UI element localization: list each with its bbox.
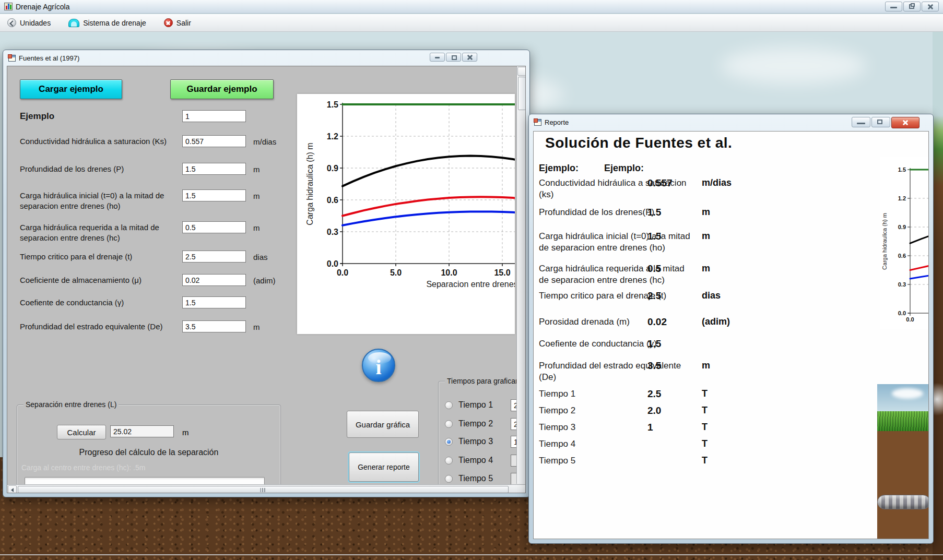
report-window: Reporte Solución de Fuentes et al. Ejemp… — [528, 114, 934, 544]
svg-text:0.6: 0.6 — [327, 196, 338, 205]
parameter-label: Profundidad de los drenes (P) — [20, 164, 183, 174]
report-row-value: 0.557 — [647, 177, 673, 189]
svg-text:15.0: 15.0 — [494, 268, 510, 277]
form-window-icon — [8, 55, 16, 62]
svg-text:0.6: 0.6 — [898, 253, 906, 259]
app-icon — [4, 3, 13, 10]
fuentes-restore-button[interactable] — [446, 53, 461, 62]
report-example-line: Ejemplo: Ejemplo: — [539, 163, 644, 174]
report-row-value: 2.0 — [647, 405, 661, 416]
separation-result-field[interactable] — [110, 425, 174, 437]
time-row: Tiempo 2 — [444, 418, 526, 432]
toolbar-item-sistema-de-drenaje[interactable]: Sistema de drenaje — [68, 19, 146, 27]
separation-unit: m — [182, 428, 189, 437]
svg-text:1.5: 1.5 — [327, 100, 338, 109]
fuentes-minimize-button[interactable] — [430, 53, 445, 62]
report-close-button[interactable] — [891, 117, 920, 128]
drainage-system-icon — [68, 19, 79, 27]
save-example-button[interactable]: Guardar ejemplo — [170, 79, 274, 99]
time-label: Tiempo 4 — [458, 456, 493, 465]
horizontal-scrollbar[interactable] — [7, 484, 526, 493]
calculate-button[interactable]: Calcular — [57, 425, 106, 439]
report-row-unit: m — [702, 207, 710, 218]
illustration-grass — [877, 411, 929, 432]
chart-svg: 0.00.30.60.91.21.50.05.010.015.0Carga hi… — [297, 94, 515, 334]
report-row-unit: m — [702, 263, 710, 274]
toolbar-item-unidades[interactable]: Unidades — [7, 18, 51, 27]
report-row: Porosidad drenada (m) 0.02 (adim) — [539, 316, 873, 328]
report-row-label: Tiempo 4 — [539, 438, 693, 450]
mini-chart-svg: 0.00.30.60.91.21.50.0Carga hidraulica (h… — [880, 157, 929, 329]
parameter-input[interactable] — [182, 296, 246, 308]
report-row: Tiempo 3 1 T — [539, 422, 873, 433]
report-row-label: Profundidad del estrado equivalente (De) — [539, 360, 693, 383]
svg-text:Carga hidraulica (h) m: Carga hidraulica (h) m — [881, 213, 888, 270]
parameter-row: Coeficiente de almacenamiento (μ) (adim) — [20, 275, 312, 285]
report-row: Tiempo 4 T — [539, 438, 873, 450]
report-restore-button[interactable] — [871, 117, 890, 127]
svg-text:5.0: 5.0 — [390, 268, 402, 277]
parameter-input[interactable] — [182, 274, 246, 286]
horizontal-scroll-thumb[interactable] — [18, 486, 509, 493]
parameter-input[interactable] — [182, 163, 246, 175]
report-mini-chart: 0.00.30.60.91.21.50.0Carga hidraulica (h… — [880, 157, 929, 329]
parameter-input[interactable] — [182, 110, 246, 122]
vertical-scrollbar[interactable] — [516, 66, 526, 484]
parameter-row: Conductividad hidráulica a saturacion (K… — [20, 136, 312, 147]
time-radio-button[interactable] — [445, 457, 453, 464]
parameter-row: Profundidad de los drenes (P) m — [20, 164, 312, 174]
parameter-input[interactable] — [182, 189, 246, 201]
load-example-button[interactable]: Cargar ejemplo — [20, 79, 122, 99]
svg-text:0.0: 0.0 — [906, 316, 914, 323]
time-radio-button[interactable] — [445, 420, 453, 428]
report-row-value: 2.5 — [647, 290, 661, 302]
report-row-value: 0.5 — [647, 263, 661, 275]
report-row-label: Tiempo 2 — [539, 405, 693, 416]
svg-text:Separacion entre drenes: Separacion entre drenes — [426, 280, 515, 289]
report-row: Coefiente de conductancia (y) 1.5 — [539, 338, 873, 350]
parameter-unit: m/dias — [253, 137, 276, 146]
time-radio-button[interactable] — [445, 401, 453, 409]
report-row: Conductividad hidráulica a saturacion (k… — [539, 177, 873, 200]
report-row-value: 1.5 — [647, 338, 661, 350]
scroll-up-arrow-icon[interactable] — [517, 67, 526, 76]
scroll-left-arrow-icon[interactable] — [8, 485, 17, 493]
report-row-value: 2.5 — [647, 388, 661, 400]
parameter-input[interactable] — [182, 320, 246, 332]
svg-text:1.2: 1.2 — [327, 132, 338, 141]
fuentes-close-button[interactable] — [462, 53, 477, 62]
info-icon[interactable]: i — [362, 349, 395, 382]
parameter-input[interactable] — [182, 221, 246, 233]
svg-text:0.0: 0.0 — [327, 259, 338, 268]
close-button[interactable] — [922, 2, 939, 11]
parameter-row: Carga hidráulica inicial (t=0) a la mita… — [20, 190, 312, 211]
parameter-input[interactable] — [182, 135, 246, 147]
save-chart-button[interactable]: Guardar gráfica — [347, 411, 419, 438]
time-radio-button[interactable] — [445, 475, 453, 483]
report-row-unit: T — [702, 405, 708, 416]
vertical-scroll-thumb[interactable] — [518, 77, 526, 110]
restore-button[interactable] — [903, 2, 921, 11]
parameter-input[interactable] — [182, 251, 246, 263]
report-row-unit: T — [702, 438, 708, 449]
example-value: Ejemplo: — [604, 163, 644, 173]
report-row-label: Coefiente de conductancia (y) — [539, 338, 693, 350]
report-window-title: Reporte — [545, 118, 569, 126]
parameter-row: Coefiente de conductancia (γ) — [20, 297, 312, 308]
parameter-row: Tiempo critico para el drenaje (t) dias — [20, 252, 312, 262]
parameter-unit: dias — [253, 253, 268, 261]
separation-group-label: Separación entre drenes (L) — [23, 400, 119, 409]
time-label: Tiempo 2 — [458, 419, 493, 428]
fuentes-window-title: Fuentes et al (1997) — [19, 54, 79, 62]
report-row-label: Tiempo 3 — [539, 422, 693, 433]
generate-report-button[interactable]: Generar reporte — [349, 452, 419, 482]
report-row-unit: m/dias — [702, 177, 732, 188]
time-radio-button[interactable] — [445, 438, 453, 446]
toolbar-item-salir[interactable]: Salir — [164, 18, 191, 27]
report-minimize-button[interactable] — [852, 117, 870, 127]
report-heading: Solución de Fuentes et al. — [545, 135, 732, 151]
fuentes-window: Fuentes et al (1997) Cargar ejemplo Guar… — [3, 50, 530, 497]
parameter-unit: m — [253, 223, 260, 232]
minimize-button[interactable] — [885, 2, 902, 11]
parameter-label: Coefiente de conductancia (γ) — [20, 297, 183, 308]
